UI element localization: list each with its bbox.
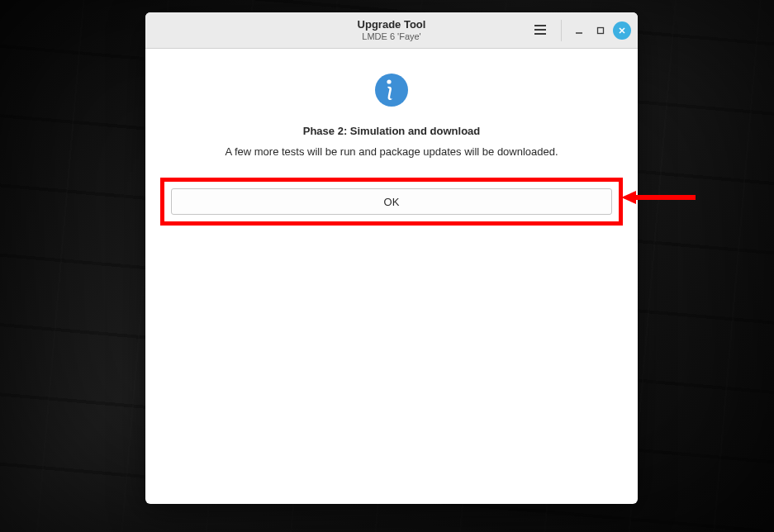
close-icon <box>618 23 626 38</box>
titlebar[interactable]: Upgrade Tool LMDE 6 'Faye' <box>145 12 638 49</box>
close-button[interactable] <box>613 21 631 40</box>
window-content: Phase 2: Simulation and download A few m… <box>145 49 638 504</box>
minimize-button[interactable] <box>570 21 588 40</box>
maximize-icon <box>596 23 605 38</box>
svg-rect-0 <box>598 27 604 33</box>
titlebar-controls <box>528 18 638 43</box>
titlebar-separator <box>561 20 562 41</box>
info-icon <box>375 74 408 107</box>
annotation-highlight-box: OK <box>160 178 623 226</box>
maximize-button[interactable] <box>591 21 610 40</box>
svg-marker-3 <box>621 191 636 204</box>
phase-description: A few more tests will be run and package… <box>225 145 558 158</box>
minimize-icon <box>575 23 583 38</box>
ok-button-label: OK <box>384 196 400 208</box>
hamburger-icon <box>534 23 546 38</box>
phase-heading: Phase 2: Simulation and download <box>303 125 481 137</box>
hamburger-menu-button[interactable] <box>528 18 553 43</box>
svg-point-1 <box>387 79 391 83</box>
ok-button[interactable]: OK <box>171 188 612 215</box>
upgrade-tool-window: Upgrade Tool LMDE 6 'Faye' <box>145 12 638 504</box>
annotation-arrow <box>621 190 696 208</box>
